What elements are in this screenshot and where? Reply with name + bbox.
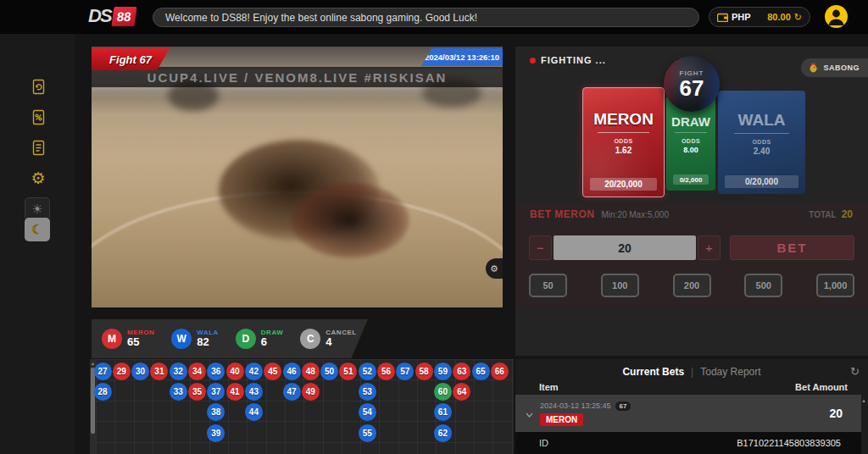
divider [734, 133, 790, 134]
result-cell-43: 43 [245, 383, 263, 401]
result-cell-64: 64 [453, 383, 470, 401]
divider [675, 132, 706, 133]
quick-amount-100[interactable]: 100 [601, 274, 639, 297]
result-cell-65: 65 [472, 363, 490, 380]
bet-side-info: BET MERON Min:20 Max:5,000 [530, 208, 669, 220]
summary-count: 4 [326, 336, 356, 348]
live-video-player[interactable]: UCUP4.LIVE / VENOM8.LIVE #RISKISAN Fight… [92, 47, 503, 307]
tab-current-bets[interactable]: Current Bets [622, 366, 684, 378]
result-cell-63: 63 [453, 363, 470, 380]
result-cell-66: 66 [491, 363, 509, 380]
camera-gear-icon: ⚙ [490, 263, 498, 274]
meron-odds-label: ODDS [614, 138, 632, 144]
summary-letter-circle: C [300, 329, 320, 349]
wallet-balance[interactable]: PHP 80.00 ↻ [709, 7, 810, 27]
quick-amount-50[interactable]: 50 [529, 274, 567, 297]
result-cell-32: 32 [170, 363, 187, 380]
results-road-grid: ▲ 27282930313233343536373839404142434445… [90, 359, 514, 454]
game-rules-icon[interactable] [26, 136, 50, 159]
bet-time: 2024-03-12 13:25:45 [540, 401, 611, 410]
summary-letter-circle: M [102, 329, 122, 349]
tab-today-report[interactable]: Today Report [700, 366, 760, 378]
bet-amount-input[interactable] [554, 235, 696, 260]
result-cell-55: 55 [359, 424, 376, 442]
rooster-icon [808, 63, 819, 74]
bet-id-value: B1710221145803839305 [737, 438, 841, 448]
total-value: 20 [842, 208, 853, 220]
top-bar: DS 88 Welcome to DS88! Enjoy the best on… [0, 0, 868, 34]
bet-time-line: 2024-03-12 13:25:45 67 [540, 401, 631, 411]
meron-bet-card[interactable]: MERON ODDS 1.62 20/20,000 [582, 87, 665, 197]
result-cell-57: 57 [396, 363, 414, 380]
result-cell-39: 39 [207, 424, 225, 442]
bet-submit-button[interactable]: BET [730, 235, 854, 260]
bet-side-badge: MERON [540, 413, 583, 426]
fight-status: FIGHTING ... [530, 55, 606, 65]
summary-texts: DRAW6 [261, 329, 283, 348]
bets-refresh-icon[interactable]: ↻ [850, 365, 860, 378]
fight-betting-panel: FIGHTING ... SABONG FIGHT 67 MERON ODDS … [515, 47, 868, 356]
result-cell-40: 40 [226, 363, 244, 380]
summary-count: 82 [197, 336, 219, 348]
bet-total: TOTAL 20 [809, 208, 853, 220]
settings-gear-icon[interactable]: ⚙ [26, 166, 50, 190]
wala-title: WALA [738, 111, 786, 130]
result-cell-54: 54 [359, 403, 376, 421]
result-cell-41: 41 [226, 383, 244, 401]
summary-item-wala: WWALA82 [171, 329, 219, 349]
quick-amount-200[interactable]: 200 [673, 274, 711, 297]
meron-odds-value: 1.62 [615, 146, 632, 155]
welcome-marquee: Welcome to DS88! Enjoy the best online s… [153, 8, 699, 27]
user-avatar[interactable] [824, 4, 849, 29]
amount-minus-button[interactable]: − [529, 235, 552, 260]
bet-records-icon[interactable] [26, 75, 50, 98]
bets-column-headers: Item Bet Amount [515, 382, 868, 392]
quick-amount-500[interactable]: 500 [744, 274, 782, 297]
wala-odds-label: ODDS [752, 139, 771, 145]
result-cell-56: 56 [377, 363, 395, 380]
wala-odds-value: 2.40 [754, 147, 770, 156]
list-scroll-up-icon[interactable]: ▲ [861, 398, 866, 403]
bet-limits: Min:20 Max:5,000 [602, 210, 670, 219]
quick-amount-row: 501002005001,000 [515, 272, 868, 299]
bet-history-row[interactable]: 2024-03-12 13:25:45 67 MERON 20 [515, 395, 861, 432]
status-text: FIGHTING ... [541, 55, 606, 65]
draw-odds-value: 8.00 [683, 146, 698, 154]
status-dot-icon [530, 58, 536, 64]
result-cell-29: 29 [113, 363, 131, 380]
video-settings-tab[interactable]: ⚙ [486, 258, 503, 279]
quick-amount-1000[interactable]: 1,000 [816, 274, 854, 297]
bet-detail-row: ID B1710221145803839305 [515, 432, 861, 454]
ds88-logo[interactable]: DS 88 [88, 5, 135, 27]
fight-number-circle: FIGHT 67 [664, 56, 720, 112]
amount-plus-button[interactable]: + [698, 235, 721, 260]
fight-number-badge: Fight 67 [92, 48, 170, 70]
rebate-report-icon[interactable] [26, 105, 50, 129]
result-cell-48: 48 [302, 363, 320, 380]
provider-badge[interactable]: SABONG [801, 58, 868, 77]
result-cell-52: 52 [359, 363, 376, 380]
logo-88-text: 88 [111, 7, 136, 26]
current-bets-panel: Current Bets | Today Report ↻ Item Bet A… [515, 359, 868, 454]
result-cell-46: 46 [283, 363, 301, 380]
summary-letter-circle: D [236, 329, 256, 349]
summary-item-cancel: CCANCEL4 [300, 329, 356, 349]
bet-amount-value: 20 [829, 407, 843, 420]
result-cell-51: 51 [339, 363, 357, 380]
provider-label: SABONG [823, 64, 860, 72]
meron-amount-bar: 20/20,000 [590, 178, 657, 191]
draw-title: DRAW [671, 114, 710, 129]
sabong-app: DS 88 Welcome to DS88! Enjoy the best on… [0, 0, 868, 454]
scrollbar-thumb[interactable] [91, 368, 95, 434]
total-label: TOTAL [809, 210, 836, 219]
dark-mode-icon[interactable]: ☾ [25, 218, 50, 241]
balance-refresh-icon[interactable]: ↻ [794, 13, 802, 22]
summary-count: 65 [127, 336, 154, 348]
meron-title: MERON [593, 110, 654, 129]
wala-bet-card[interactable]: WALA ODDS 2.40 0/20,000 [718, 91, 805, 194]
left-sidebar: ⚙ ☀ ☾ [0, 34, 75, 454]
chevron-down-icon[interactable] [526, 406, 533, 421]
summary-item-meron: MMERON65 [102, 329, 154, 349]
wala-amount-bar: 0/20,000 [725, 175, 798, 188]
balance-value: 80.00 [767, 12, 791, 22]
